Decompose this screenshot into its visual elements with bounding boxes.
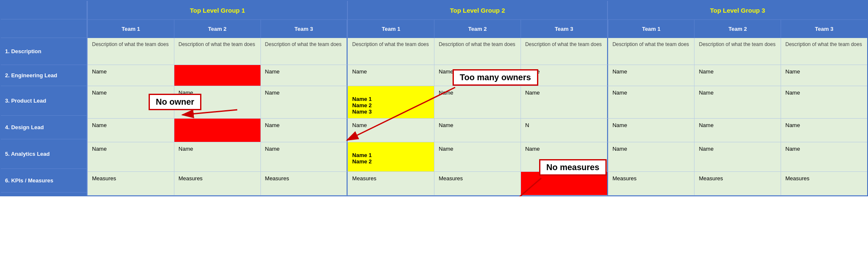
cell-r4-c6: N	[521, 119, 608, 142]
group-header-3: Top Level Group 3	[608, 1, 867, 19]
cell-r1-c4: Description of what the team does	[347, 38, 434, 65]
team-g2-t2: Team 2	[434, 20, 521, 38]
cell-r6-c5: Measures	[434, 172, 521, 195]
team-g2-t1: Team 1	[347, 20, 434, 38]
cell-r3-c7: Name	[608, 86, 694, 119]
cell-r1-c3: Description of what the team does	[260, 38, 348, 65]
cell-r4-c3: Name	[260, 119, 348, 142]
team-g1-t1: Team 1	[87, 20, 174, 38]
cell-r2-c9: Name	[781, 65, 867, 86]
cell-r4-c1: Name	[87, 119, 174, 142]
corner-sub	[1, 19, 87, 38]
cell-r6-c1: Measures	[87, 172, 174, 195]
group-header-1: Top Level Group 1	[87, 1, 348, 19]
cell-r5-c7: Name	[608, 142, 694, 172]
annotation-no-owner: No owner	[149, 94, 201, 110]
row-header-engineering: 2. Engineering Lead	[1, 65, 87, 86]
cell-r5-c4-multi: Name 1 Name 2	[347, 142, 434, 172]
cell-r1-c9: Description of what the team does	[781, 38, 867, 65]
cell-r4-c4: Name	[347, 119, 434, 142]
team-g1-t3: Team 3	[260, 20, 348, 38]
cell-r2-c3: Name	[260, 65, 348, 86]
row-kpis: Measures Measures Measures Measures Meas…	[87, 172, 867, 195]
row-product: Name Name Name Name 1 Name 2 Name 3 Name…	[87, 86, 867, 119]
cell-r3-c6: Name	[521, 86, 608, 119]
cell-r4-c5: Name	[434, 119, 521, 142]
cell-r5-c3: Name	[260, 142, 348, 172]
annotation-no-measures: No measures	[539, 159, 607, 176]
cell-r5-c2: Name	[174, 142, 260, 172]
row-header-product: 3. Product Lead	[1, 86, 87, 116]
cell-r3-c4-multi: Name 1 Name 2 Name 3	[347, 86, 434, 119]
cell-r3-c8: Name	[694, 86, 781, 119]
data-area: Top Level Group 1 Top Level Group 2 Top …	[87, 1, 867, 195]
cell-r1-c7: Description of what the team does	[608, 38, 694, 65]
cell-r4-c7: Name	[608, 119, 694, 142]
cell-r2-c7: Name	[608, 65, 694, 86]
row-header-design: 4. Design Lead	[1, 116, 87, 139]
cell-r6-c9: Measures	[781, 172, 867, 195]
cell-r6-c2: Measures	[174, 172, 260, 195]
group-headers-row: Top Level Group 1 Top Level Group 2 Top …	[87, 1, 867, 19]
team-g3-t1: Team 1	[608, 20, 694, 38]
main-table: 1. Description 2. Engineering Lead 3. Pr…	[0, 0, 868, 196]
cell-r1-c1: Description of what the team does	[87, 38, 174, 65]
team-g1-t2: Team 2	[174, 20, 260, 38]
row-header-analytics: 5. Analytics Lead	[1, 139, 87, 169]
cell-r6-c3: Measures	[260, 172, 348, 195]
group-header-2: Top Level Group 2	[348, 1, 608, 19]
team-g3-t3: Team 3	[781, 20, 867, 38]
cell-r2-c8: Name	[694, 65, 781, 86]
cell-r5-c1: Name	[87, 142, 174, 172]
cell-r4-c8: Name	[694, 119, 781, 142]
cell-r6-c7: Measures	[608, 172, 694, 195]
cell-r6-c4: Measures	[347, 172, 434, 195]
team-g3-t2: Team 2	[694, 20, 781, 38]
cell-r1-c2: Description of what the team does	[174, 38, 260, 65]
cell-r5-c5: Name	[434, 142, 521, 172]
row-design: Name Name Name Name N Name Name	[87, 119, 867, 142]
cell-r4-c2-red	[174, 119, 260, 142]
annotation-too-many-owners: Too many owners	[453, 69, 538, 86]
cell-r1-c6: Description of what the team does	[521, 38, 608, 65]
cell-r2-c2-no-owner	[174, 65, 260, 86]
row-header-description: 1. Description	[1, 38, 87, 65]
team-headers-row: Team 1 Team 2 Team 3 Team 1 Team 2 Team …	[87, 19, 867, 38]
row-analytics: Name Name Name Name 1 Name 2 Name Name N…	[87, 142, 867, 172]
cell-r5-c8: Name	[694, 142, 781, 172]
team-g2-t3: Team 3	[521, 20, 608, 38]
row-header-kpis: 6. KPIs / Measures	[1, 169, 87, 193]
cell-r6-c8: Measures	[694, 172, 781, 195]
cell-r2-c1: Name	[87, 65, 174, 86]
cell-r1-c5: Description of what the team does	[434, 38, 521, 65]
corner-top	[1, 1, 87, 19]
cell-r3-c9: Name	[781, 86, 867, 119]
row-header-column: 1. Description 2. Engineering Lead 3. Pr…	[1, 1, 87, 195]
cell-r2-c4: Name	[347, 65, 434, 86]
cell-r3-c3: Name	[260, 86, 348, 119]
cell-r4-c9: Name	[781, 119, 867, 142]
cell-r1-c8: Description of what the team does	[694, 38, 781, 65]
cell-r5-c9: Name	[781, 142, 867, 172]
cell-r3-c5: Name	[434, 86, 521, 119]
row-description: Description of what the team does Descri…	[87, 38, 867, 65]
